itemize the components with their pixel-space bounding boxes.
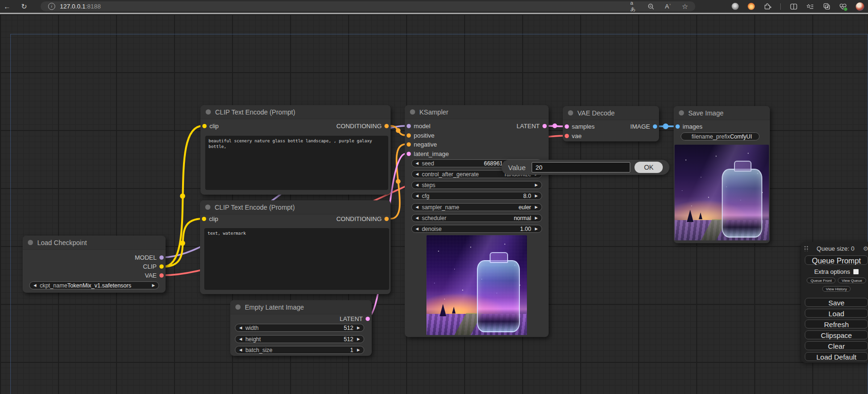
- node-title-bar[interactable]: Empty Latent Image: [230, 300, 372, 314]
- widget-left-arrow[interactable]: ◀: [239, 335, 242, 343]
- extension-badge2-icon[interactable]: [748, 3, 755, 10]
- widget-steps[interactable]: ◀steps▶: [411, 181, 542, 189]
- back-icon[interactable]: ←: [1, 0, 13, 13]
- save-button[interactable]: Save: [805, 298, 868, 307]
- node-title-bar[interactable]: VAE Decode: [563, 106, 659, 120]
- widget-left-arrow[interactable]: ◀: [239, 324, 242, 332]
- widget-denoise[interactable]: ◀denoise1.00▶: [411, 225, 542, 233]
- widget-height[interactable]: ◀height512▶: [235, 335, 364, 343]
- profile-avatar[interactable]: [856, 2, 864, 11]
- widget-width[interactable]: ◀width512▶: [235, 324, 364, 332]
- input-dot-negative[interactable]: [407, 142, 411, 147]
- value-dialog-input[interactable]: [532, 162, 630, 172]
- widget-right-arrow[interactable]: ▶: [357, 335, 360, 343]
- node-ksampler[interactable]: KSampler model LATENT positive negative …: [405, 105, 549, 337]
- node-collapse-dot[interactable]: [206, 109, 211, 115]
- split-screen-icon[interactable]: [790, 3, 797, 10]
- view-queue-button[interactable]: View Queue: [838, 278, 866, 283]
- widget-ckpt-name[interactable]: ◀ ckpt_name TokenMix_v1.safetensors ▶: [29, 281, 159, 289]
- node-save-image[interactable]: Save Image images filename_prefix ComfyU…: [674, 106, 770, 243]
- input-dot-samples[interactable]: [565, 124, 569, 129]
- output-dot-image[interactable]: [653, 124, 657, 129]
- input-dot-clip[interactable]: [202, 217, 206, 221]
- read-aloud-icon[interactable]: Aʾ: [664, 3, 672, 10]
- input-dot-clip[interactable]: [202, 124, 207, 128]
- node-load-checkpoint[interactable]: Load Checkpoint MODEL CLIP VAE ◀ ckpt_na…: [23, 236, 166, 293]
- widget-batch-size[interactable]: ◀batch_size1▶: [235, 346, 364, 354]
- load-default-button[interactable]: Load Default: [805, 352, 868, 361]
- node-collapse-dot[interactable]: [568, 110, 573, 115]
- widget-left-arrow[interactable]: ◀: [416, 192, 418, 200]
- widget-left-arrow[interactable]: ◀: [416, 181, 418, 189]
- translate-icon[interactable]: aあ: [630, 3, 638, 10]
- node-empty-latent-image[interactable]: Empty Latent Image LATENT ◀width512▶ ◀he…: [230, 300, 372, 356]
- node-collapse-dot[interactable]: [410, 109, 415, 115]
- input-dot-latent-image[interactable]: [407, 152, 411, 156]
- clear-button[interactable]: Clear: [805, 341, 868, 350]
- widget-cfg[interactable]: ◀cfg8.0▶: [411, 192, 542, 200]
- browser-essentials-icon[interactable]: [839, 3, 847, 10]
- extra-options-checkbox[interactable]: [853, 269, 859, 274]
- menu-drag-handle[interactable]: [804, 246, 808, 251]
- widget-filename-prefix[interactable]: filename_prefix ComfyUI: [681, 132, 760, 140]
- output-dot-latent[interactable]: [542, 124, 547, 128]
- widget-right-arrow[interactable]: ▶: [357, 324, 360, 332]
- queue-prompt-button[interactable]: Queue Prompt: [805, 255, 868, 265]
- node-graph-canvas[interactable]: Load Checkpoint MODEL CLIP VAE ◀ ckpt_na…: [0, 14, 868, 394]
- node-collapse-dot[interactable]: [679, 110, 684, 115]
- positive-prompt-textarea[interactable]: beautiful scenery nature glass bottle la…: [205, 136, 388, 190]
- widget-right-arrow[interactable]: ▶: [535, 225, 538, 233]
- site-info-icon[interactable]: i: [48, 3, 55, 10]
- node-collapse-dot[interactable]: [205, 205, 210, 210]
- favorite-star-icon[interactable]: ☆: [681, 3, 689, 10]
- view-history-button[interactable]: View History: [822, 286, 851, 292]
- widget-right-arrow[interactable]: ▶: [357, 346, 360, 354]
- widget-sampler-name[interactable]: ◀sampler_nameeuler▶: [411, 203, 542, 211]
- input-dot-model[interactable]: [407, 124, 411, 128]
- output-dot-model[interactable]: [159, 255, 164, 260]
- negative-prompt-textarea[interactable]: text, watermark: [204, 228, 389, 290]
- node-title-bar[interactable]: Load Checkpoint: [23, 236, 166, 250]
- input-dot-positive[interactable]: [407, 133, 411, 138]
- widget-right-arrow[interactable]: ▶: [535, 203, 538, 211]
- extensions-puzzle-icon[interactable]: [764, 3, 771, 10]
- extension-badge-icon[interactable]: [732, 3, 739, 10]
- widget-right-arrow[interactable]: ▶: [152, 281, 155, 289]
- collections-icon[interactable]: [806, 3, 814, 10]
- widget-left-arrow[interactable]: ◀: [33, 281, 36, 289]
- output-dot-latent[interactable]: [366, 317, 370, 321]
- node-clip-text-encode-negative[interactable]: CLIP Text Encode (Prompt) clip CONDITION…: [200, 200, 391, 294]
- output-dot-conditioning[interactable]: [384, 217, 389, 221]
- settings-gear-icon[interactable]: ⚙: [863, 245, 868, 252]
- zoom-out-icon[interactable]: [647, 3, 655, 10]
- widget-scheduler[interactable]: ◀schedulernormal▶: [411, 214, 542, 222]
- input-dot-vae[interactable]: [565, 134, 569, 138]
- widget-left-arrow[interactable]: ◀: [239, 346, 242, 354]
- refresh-button[interactable]: Refresh: [805, 320, 868, 328]
- node-collapse-dot[interactable]: [235, 304, 241, 310]
- widget-right-arrow[interactable]: ▶: [535, 214, 538, 222]
- widget-left-arrow[interactable]: ◀: [416, 214, 418, 222]
- widget-right-arrow[interactable]: ▶: [535, 192, 538, 200]
- clipspace-button[interactable]: Clipspace: [805, 330, 868, 339]
- queue-front-button[interactable]: Queue Front: [807, 278, 835, 283]
- node-collapse-dot[interactable]: [28, 240, 33, 245]
- refresh-icon[interactable]: ↻: [18, 0, 30, 13]
- address-bar[interactable]: i 127.0.0.1:8188 aあ Aʾ ☆: [41, 1, 695, 11]
- node-title-bar[interactable]: CLIP Text Encode (Prompt): [200, 200, 391, 214]
- url-text[interactable]: 127.0.0.1:8188: [60, 3, 101, 10]
- node-title-bar[interactable]: Save Image: [674, 106, 770, 120]
- node-vae-decode[interactable]: VAE Decode samples IMAGE vae: [563, 106, 659, 141]
- copy-collections-icon[interactable]: [823, 3, 830, 10]
- load-button[interactable]: Load: [805, 309, 868, 318]
- output-dot-vae[interactable]: [159, 273, 164, 278]
- node-title-bar[interactable]: CLIP Text Encode (Prompt): [200, 105, 391, 119]
- widget-right-arrow[interactable]: ▶: [535, 181, 538, 189]
- widget-left-arrow[interactable]: ◀: [416, 225, 418, 233]
- node-clip-text-encode-positive[interactable]: CLIP Text Encode (Prompt) clip CONDITION…: [200, 105, 391, 195]
- widget-left-arrow[interactable]: ◀: [416, 159, 418, 167]
- node-title-bar[interactable]: KSampler: [405, 105, 549, 119]
- ok-button[interactable]: OK: [634, 162, 663, 173]
- output-dot-conditioning[interactable]: [384, 124, 389, 128]
- output-dot-clip[interactable]: [159, 264, 164, 269]
